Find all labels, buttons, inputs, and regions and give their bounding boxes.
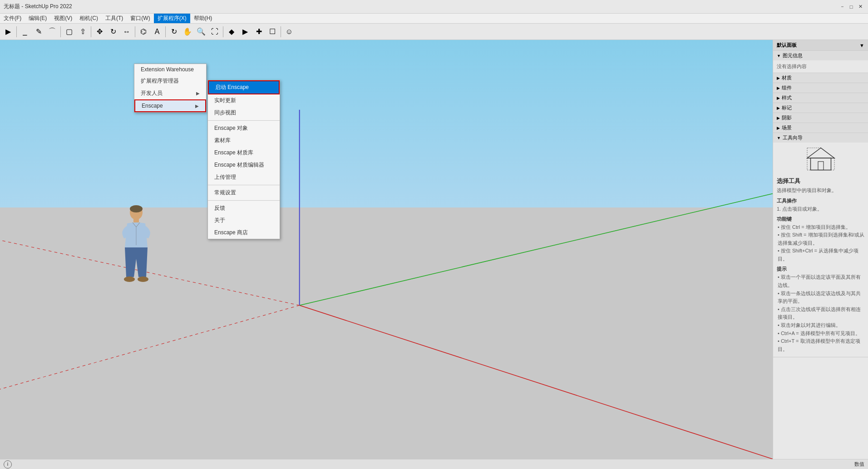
tool-guide-content: 选择工具 选择模型中的项目和对象。 工具操作 1. 点击项目或对象。 功能键 •… — [773, 143, 868, 357]
viewport-svg — [0, 40, 773, 459]
menu-window[interactable]: 窗口(W) — [127, 14, 153, 23]
toolbar-shape[interactable]: ▢ — [63, 25, 75, 38]
toolbar-section[interactable]: ◆ — [225, 25, 238, 38]
operation-text: 1. 点击项目或对象。 — [777, 205, 864, 213]
tips-label: 提示 — [777, 266, 864, 272]
toolbar-axes[interactable]: ✚ — [252, 25, 265, 38]
hotkey-2: • 按住 Shift+Ctrl = 从选择集中减少项目。 — [777, 247, 864, 263]
close-button[interactable]: ✕ — [856, 3, 864, 11]
enscape-sep-3 — [208, 200, 280, 201]
right-panel: 默认面板 ▼ ▼ 图元信息 没有选择内容 ▶ 材质 ▶ 组件 — [773, 40, 868, 459]
enscape-store[interactable]: Enscape 商店 — [208, 227, 280, 239]
components-arrow: ▶ — [777, 86, 780, 90]
toolbar-select[interactable]: ▶ — [2, 25, 15, 38]
toolbar-sep-3 — [91, 26, 91, 37]
hotkey-1: • 按住 Shift = 增加项目到选择集和/或从选择集减少项目。 — [777, 231, 864, 247]
toolbar-pencil[interactable]: ✎ — [32, 25, 45, 38]
toolbar-orbit[interactable]: ↻ — [168, 25, 180, 38]
svg-line-0 — [300, 306, 773, 459]
styles-arrow: ▶ — [777, 96, 780, 100]
materials-arrow: ▶ — [777, 76, 780, 80]
toolbar-move[interactable]: ✥ — [93, 25, 106, 38]
menu-edit[interactable]: 编辑(E) — [25, 14, 50, 23]
svg-point-8 — [124, 276, 135, 282]
components-title[interactable]: ▶ 组件 — [773, 83, 868, 93]
toolbar-pan[interactable]: ✋ — [181, 25, 194, 38]
house-icon — [803, 146, 839, 173]
toolbar-sep-1 — [16, 26, 17, 37]
enscape-asset-library[interactable]: 素材库 — [208, 134, 280, 147]
ext-menu-warehouse[interactable]: Extension Warehouse — [134, 64, 206, 75]
panel-expand-icon[interactable]: ▼ — [859, 43, 864, 48]
toolbar-zoom-ext[interactable]: ⛶ — [208, 25, 221, 38]
shadows-arrow: ▶ — [777, 116, 780, 120]
enscape-submenu: 启动 Enscape 实时更新 同步视图 Enscape 对象 素材库 Ensc… — [207, 80, 280, 239]
tags-section: ▶ 标记 — [773, 103, 868, 113]
minimize-button[interactable]: － — [838, 3, 846, 11]
right-panel-title: 默认面板 ▼ — [773, 40, 868, 51]
ext-menu-developer[interactable]: 开发人员 ▶ — [134, 87, 206, 99]
menu-tools[interactable]: 工具(T) — [102, 14, 127, 23]
toolbar-sep-5 — [165, 26, 166, 37]
title-text: 无标题 - SketchUp Pro 2022 — [4, 3, 72, 10]
ext-menu-enscape[interactable]: Enscape ▶ — [134, 99, 206, 112]
entity-info-content: 没有选择内容 — [773, 60, 868, 73]
tool-name: 选择工具 — [777, 177, 864, 185]
enscape-general-settings[interactable]: 常规设置 — [208, 187, 280, 199]
status-info-icon[interactable]: i — [4, 460, 12, 469]
instructor-section: ▼ 工具向导 — [773, 133, 868, 357]
toolbar-line[interactable]: ⎯ — [19, 25, 31, 38]
tags-arrow: ▶ — [777, 106, 780, 110]
toolbar-text[interactable]: A — [151, 25, 163, 38]
title-bar-left: 无标题 - SketchUp Pro 2022 — [4, 3, 72, 10]
toolbar-sep-7 — [281, 26, 281, 37]
enscape-material-editor[interactable]: Enscape 材质编辑器 — [208, 159, 280, 171]
materials-section: ▶ 材质 — [773, 73, 868, 83]
toolbar-sep-4 — [135, 26, 135, 37]
enscape-upload[interactable]: 上传管理 — [208, 171, 280, 183]
toolbar-scale[interactable]: ↔ — [120, 25, 133, 38]
toolbar-tape[interactable]: ⌬ — [137, 25, 150, 38]
enscape-objects[interactable]: Enscape 对象 — [208, 122, 280, 134]
tip-4: • Ctrl+A = 选择模型中所有可见项目。 — [777, 330, 864, 338]
viewport[interactable]: Extension Warehouse 扩展程序管理器 开发人员 ▶ Ensca… — [0, 40, 773, 459]
styles-title[interactable]: ▶ 样式 — [773, 93, 868, 103]
toolbar-rotate[interactable]: ↻ — [107, 25, 119, 38]
materials-title[interactable]: ▶ 材质 — [773, 73, 868, 83]
scenes-title[interactable]: ▶ 场景 — [773, 123, 868, 133]
enscape-materials[interactable]: Enscape 材质库 — [208, 147, 280, 159]
person-figure — [118, 204, 154, 304]
menu-view[interactable]: 视图(V) — [50, 14, 76, 23]
instructor-title[interactable]: ▼ 工具向导 — [773, 133, 868, 143]
enscape-realtime[interactable]: 实时更新 — [208, 94, 280, 107]
styles-section: ▶ 样式 — [773, 93, 868, 103]
menu-help[interactable]: 帮助(H) — [190, 14, 216, 23]
toolbar-component[interactable]: ☐ — [266, 25, 279, 38]
menu-extensions[interactable]: 扩展程序(X) — [154, 14, 190, 23]
enscape-sep-1 — [208, 120, 280, 121]
toolbar-user[interactable]: ☺ — [283, 25, 296, 38]
enscape-feedback[interactable]: 反馈 — [208, 202, 280, 214]
developer-submenu-arrow: ▶ — [196, 91, 200, 96]
svg-point-9 — [138, 276, 148, 282]
toolbar-zoom[interactable]: 🔍 — [195, 25, 207, 38]
toolbar-arc[interactable]: ⌒ — [46, 25, 59, 38]
tags-title[interactable]: ▶ 标记 — [773, 103, 868, 113]
svg-line-3 — [0, 306, 300, 390]
shadows-title[interactable]: ▶ 阴影 — [773, 113, 868, 123]
toolbar-push[interactable]: ⇧ — [76, 25, 89, 38]
enscape-about[interactable]: 关于 — [208, 214, 280, 227]
menu-camera[interactable]: 相机(C) — [76, 14, 102, 23]
instructor-arrow: ▼ — [777, 136, 781, 140]
title-bar-controls: － □ ✕ — [838, 3, 864, 11]
maximize-button[interactable]: □ — [847, 3, 855, 11]
status-right: 数值 — [854, 461, 864, 468]
menu-file[interactable]: 文件(F) — [0, 14, 25, 23]
menu-bar: 文件(F) 编辑(E) 视图(V) 相机(C) 工具(T) 窗口(W) 扩展程序… — [0, 14, 868, 24]
entity-info-title[interactable]: ▼ 图元信息 — [773, 51, 868, 60]
svg-rect-12 — [810, 158, 831, 170]
enscape-sync-view[interactable]: 同步视图 — [208, 107, 280, 119]
ext-menu-manager[interactable]: 扩展程序管理器 — [134, 75, 206, 87]
toolbar-walk[interactable]: ▶ — [239, 25, 252, 38]
enscape-start[interactable]: 启动 Enscape — [208, 80, 280, 94]
